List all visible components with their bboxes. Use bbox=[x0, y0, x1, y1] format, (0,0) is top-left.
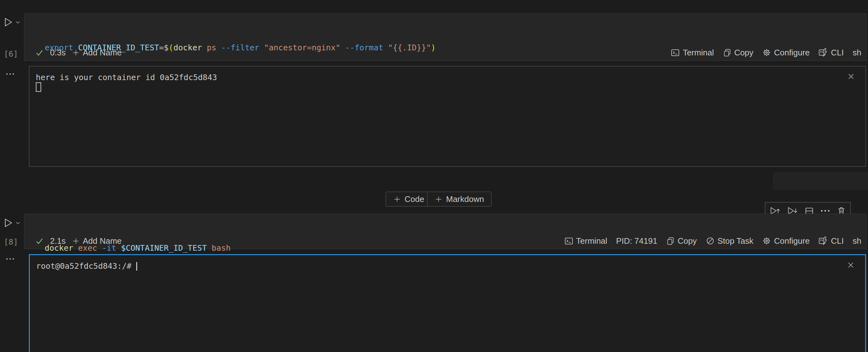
cell2-status-bar: 2.1s Add Name Terminal PID: 74191 bbox=[24, 233, 866, 249]
terminal-line: here is your container id 0a52fdc5d843 bbox=[36, 73, 217, 82]
configure-label: Configure bbox=[774, 48, 810, 58]
plus-icon bbox=[72, 237, 80, 245]
insert-code-label: Code bbox=[405, 194, 424, 204]
cli-label: CLI bbox=[831, 48, 844, 58]
notebook-page: [6] export CONTAINER_ID_TEST=$(docker ps… bbox=[0, 0, 868, 352]
more-actions-button[interactable] bbox=[820, 210, 830, 212]
cell1-configure-button[interactable]: Configure bbox=[762, 48, 810, 58]
ellipsis-icon bbox=[820, 210, 830, 212]
close-icon bbox=[847, 72, 855, 81]
terminal-bar-cursor bbox=[136, 262, 137, 270]
copy-icon bbox=[723, 49, 732, 57]
insert-markdown-label: Markdown bbox=[446, 194, 484, 204]
cell2-run-button[interactable] bbox=[3, 217, 21, 228]
cell2-terminal-button[interactable]: Terminal bbox=[564, 236, 607, 246]
shell-type-label: sh bbox=[853, 236, 861, 246]
cell-hover-highlight bbox=[773, 172, 868, 190]
cell1-add-name-button[interactable]: Add Name bbox=[72, 48, 122, 58]
cell2-language-picker[interactable]: sh bbox=[853, 236, 861, 246]
cell1-output-terminal[interactable]: here is your container id 0a52fdc5d843 bbox=[29, 66, 866, 167]
terminal-label: Terminal bbox=[576, 236, 607, 246]
cell2-output-terminal[interactable]: root@0a52fdc5d843:/# bbox=[29, 254, 866, 352]
close-icon bbox=[846, 261, 855, 269]
cell2-cli-button[interactable]: CLI bbox=[818, 236, 844, 246]
cell1-terminal-button[interactable]: Terminal bbox=[671, 48, 714, 58]
copy-icon bbox=[666, 237, 675, 245]
chevron-down-icon bbox=[15, 20, 21, 25]
copy-label: Copy bbox=[734, 48, 754, 58]
plus-icon bbox=[393, 195, 401, 203]
play-icon bbox=[3, 217, 13, 228]
cell2-output-menu-icon[interactable] bbox=[5, 257, 15, 261]
insert-markdown-cell-button[interactable]: Markdown bbox=[427, 192, 492, 207]
cell1-output-text: here is your container id 0a52fdc5d843 bbox=[36, 73, 843, 92]
gear-icon bbox=[762, 48, 771, 57]
cell1-duration: 0.3s bbox=[50, 48, 66, 58]
terminal-block-cursor bbox=[36, 82, 41, 92]
chevron-down-icon bbox=[15, 220, 21, 226]
copy-label: Copy bbox=[678, 236, 697, 246]
cell2-configure-button[interactable]: Configure bbox=[762, 236, 810, 246]
success-check-icon bbox=[35, 49, 44, 57]
terminal-icon bbox=[671, 48, 680, 57]
play-icon bbox=[3, 17, 13, 28]
cell2-add-name-button[interactable]: Add Name bbox=[72, 236, 122, 246]
cell1-status-bar: 0.3s Add Name Terminal bbox=[24, 45, 866, 60]
cell2-output-text: root@0a52fdc5d843:/# bbox=[36, 261, 843, 271]
cell2-pid-label: PID: 74191 bbox=[616, 236, 657, 246]
cell2-stop-task-button[interactable]: Stop Task bbox=[706, 236, 754, 246]
cli-zap-icon bbox=[818, 236, 828, 245]
cli-zap-icon bbox=[818, 48, 828, 57]
cell1-output-menu-icon[interactable] bbox=[5, 72, 15, 76]
configure-label: Configure bbox=[774, 236, 810, 246]
add-name-label: Add Name bbox=[83, 48, 122, 58]
cell2-execution-count: [8] bbox=[4, 237, 20, 247]
cell1-editor[interactable]: export CONTAINER_ID_TEST=$(docker ps --f… bbox=[24, 13, 867, 61]
cell2-duration: 2.1s bbox=[50, 236, 66, 246]
cell2-editor[interactable]: docker exec -it $CONTAINER_ID_TEST bash … bbox=[24, 214, 867, 249]
cell1-copy-button[interactable]: Copy bbox=[723, 48, 754, 58]
cell1-run-button[interactable] bbox=[3, 17, 21, 28]
cell2-toolbar: Terminal PID: 74191 Copy Stop Task bbox=[564, 236, 861, 246]
add-name-label: Add Name bbox=[83, 236, 122, 246]
terminal-prompt: root@0a52fdc5d843:/# bbox=[36, 261, 136, 270]
plus-icon bbox=[435, 195, 442, 203]
cell1-language-picker[interactable]: sh bbox=[853, 48, 861, 58]
plus-icon bbox=[72, 49, 80, 57]
terminal-label: Terminal bbox=[683, 48, 714, 58]
success-check-icon bbox=[35, 237, 44, 245]
gear-icon bbox=[762, 236, 771, 245]
terminal-icon bbox=[564, 236, 574, 246]
cell2-copy-button[interactable]: Copy bbox=[666, 236, 697, 246]
shell-type-label: sh bbox=[853, 48, 861, 58]
cell2-output-close-button[interactable] bbox=[846, 260, 856, 270]
cell1-execution-count: [6] bbox=[4, 50, 20, 59]
cell1-output-close-button[interactable] bbox=[846, 71, 856, 82]
cli-label: CLI bbox=[831, 236, 844, 246]
stop-circle-slash-icon bbox=[706, 236, 715, 245]
insert-code-cell-button[interactable]: Code bbox=[385, 192, 432, 207]
stop-task-label: Stop Task bbox=[717, 236, 754, 246]
cell1-cli-button[interactable]: CLI bbox=[818, 48, 844, 58]
cell1-toolbar: Terminal Copy Configure bbox=[671, 48, 861, 58]
